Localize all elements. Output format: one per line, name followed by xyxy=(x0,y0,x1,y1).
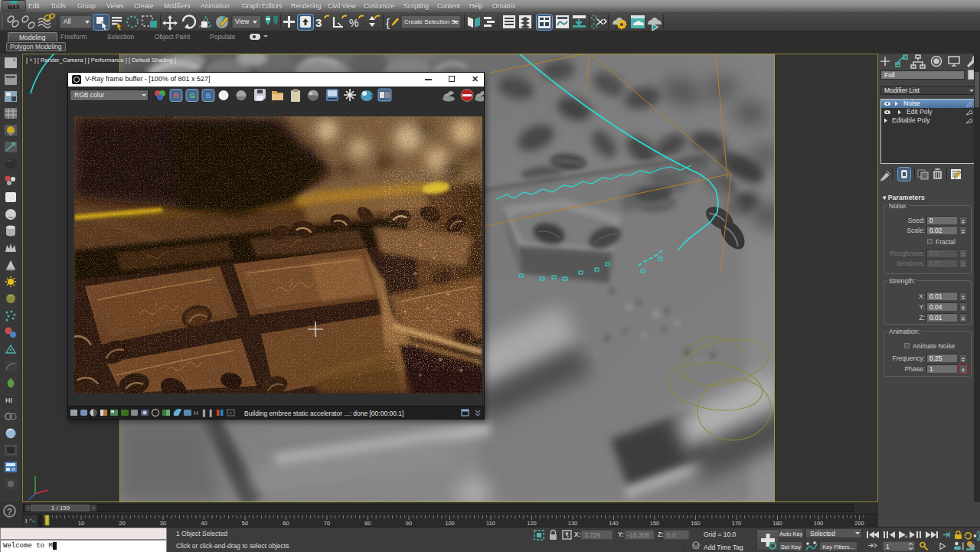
svg-text:10: 10 xyxy=(78,520,84,527)
svg-text:120: 120 xyxy=(527,520,537,527)
svg-text:140: 140 xyxy=(609,520,619,527)
svg-text:▌▐: ▌▐ xyxy=(203,409,212,417)
svg-text:90: 90 xyxy=(406,520,412,527)
svg-text:HI: HI xyxy=(5,397,12,404)
svg-text:All: All xyxy=(64,18,71,25)
svg-text:20: 20 xyxy=(119,520,125,527)
svg-text:-18.308: -18.308 xyxy=(627,531,649,539)
svg-text:{: { xyxy=(386,16,390,29)
svg-text:View: View xyxy=(235,18,250,25)
svg-text:H: H xyxy=(194,410,198,416)
svg-text:40: 40 xyxy=(201,520,207,527)
svg-text:50: 50 xyxy=(242,520,248,527)
svg-text:Building embree static acceler: Building embree static accelerator ...: … xyxy=(244,410,403,417)
svg-text:%: % xyxy=(349,17,358,29)
svg-text:I: I xyxy=(25,518,27,524)
svg-text:X:: X: xyxy=(574,531,581,538)
svg-text:60: 60 xyxy=(283,520,289,527)
svg-text:190: 190 xyxy=(814,520,824,527)
svg-text:Create Selection Se: Create Selection Se xyxy=(404,18,459,25)
svg-text:3: 3 xyxy=(315,16,322,29)
svg-text:200: 200 xyxy=(854,520,864,527)
svg-text:G: G xyxy=(189,92,194,100)
svg-text:110: 110 xyxy=(486,520,495,527)
svg-text:1: 1 xyxy=(886,543,890,550)
svg-text:80: 80 xyxy=(364,520,371,527)
svg-text:180: 180 xyxy=(773,520,782,527)
svg-text:130: 130 xyxy=(568,520,578,527)
svg-text:160: 160 xyxy=(691,520,701,527)
svg-text:100: 100 xyxy=(445,520,455,527)
svg-text:30: 30 xyxy=(160,520,166,527)
svg-text:B: B xyxy=(206,92,211,100)
svg-text:3.729: 3.729 xyxy=(584,531,601,539)
svg-text:170: 170 xyxy=(732,520,742,527)
svg-text:Grid = 10.0: Grid = 10.0 xyxy=(704,531,737,538)
svg-text:+: + xyxy=(229,410,232,416)
svg-text:70: 70 xyxy=(324,520,330,527)
svg-text:R: R xyxy=(174,92,179,100)
svg-text:Add Time Tag: Add Time Tag xyxy=(704,544,743,551)
svg-text:0.0: 0.0 xyxy=(667,531,676,539)
svg-text:Y:: Y: xyxy=(618,531,624,538)
svg-text:Z:: Z: xyxy=(658,531,664,538)
svg-text:150: 150 xyxy=(650,520,660,527)
